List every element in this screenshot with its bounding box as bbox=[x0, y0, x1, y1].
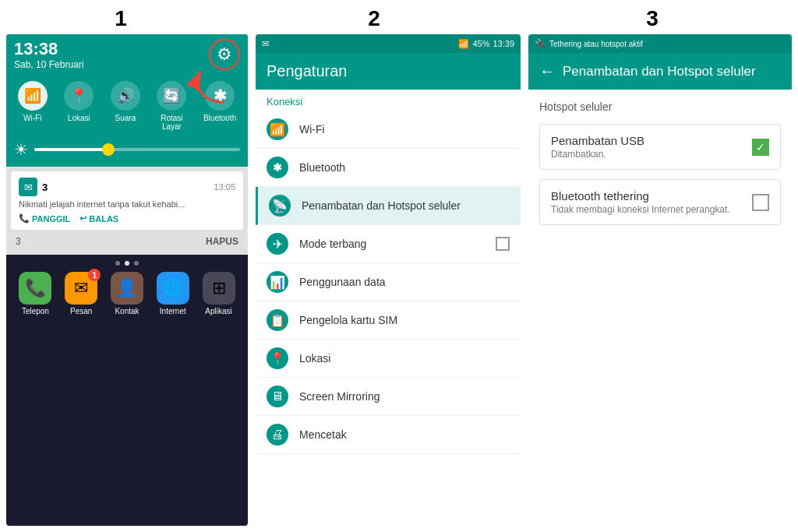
panel3-title: Penambatan dan Hotspot seluler bbox=[563, 64, 756, 79]
settings-item-location[interactable]: 📍 Lokasi bbox=[256, 340, 521, 378]
pesan-badge: 1 bbox=[88, 269, 101, 281]
step-numbers: 1 2 3 bbox=[0, 0, 798, 34]
usb-tethering-info: Penambatan USB Ditambatkan. bbox=[551, 134, 644, 160]
settings-item-simcard[interactable]: 📋 Pengelola kartu SIM bbox=[256, 301, 521, 340]
location-settings-icon: 📍 bbox=[267, 347, 288, 369]
settings-item-print[interactable]: 🖨 Mencetak bbox=[256, 416, 521, 454]
usb-notif-icon: 🔌 bbox=[535, 38, 546, 49]
notif-title-row: ✉ 3 bbox=[19, 178, 48, 196]
usb-tethering-checkbox[interactable]: ✓ bbox=[752, 139, 769, 156]
airplane-settings-icon: ✈ bbox=[267, 233, 288, 255]
location-icon: 📍 bbox=[64, 81, 94, 111]
settings-gear-button[interactable]: ⚙ bbox=[209, 39, 240, 70]
phone-icon: 📞 bbox=[19, 213, 30, 224]
print-settings-label: Mencetak bbox=[299, 428, 510, 441]
notif-number: 3 bbox=[42, 181, 48, 193]
pesan-icon: ✉ 1 bbox=[65, 272, 97, 305]
dot-1 bbox=[115, 261, 120, 266]
notification-card: ✉ 3 13:05 Nikmati jelajah internet tanpa… bbox=[11, 171, 243, 230]
page-dots bbox=[115, 261, 139, 266]
dock-pesan[interactable]: ✉ 1 Pesan bbox=[65, 272, 97, 315]
p2-envelope-icon: ✉ bbox=[262, 39, 269, 49]
bluetooth-settings-icon: ✱ bbox=[267, 157, 288, 178]
footer-count: 3 bbox=[16, 236, 21, 247]
usb-tethering-card[interactable]: Penambatan USB Ditambatkan. ✓ bbox=[539, 124, 781, 170]
dock-kontak[interactable]: 👤 Kontak bbox=[111, 272, 143, 315]
qs-rotasi[interactable]: 🔄 RotasiLayar bbox=[157, 81, 186, 131]
internet-label: Internet bbox=[160, 307, 186, 315]
aplikasi-icon: ⊞ bbox=[203, 272, 235, 305]
settings-item-tethering[interactable]: 📡 Penambatan dan Hotspot seluler bbox=[256, 187, 521, 225]
notif-envelope-icon: ✉ bbox=[19, 178, 37, 196]
step-2-label: 2 bbox=[368, 6, 380, 30]
brightness-thumb bbox=[102, 143, 115, 156]
brightness-fill bbox=[34, 148, 106, 151]
panel1-notification-shade: 13:38 Sab, 10 Februari ⚙ bbox=[6, 34, 248, 526]
notification-area: ✉ 3 13:05 Nikmati jelajah internet tanpa… bbox=[6, 167, 248, 255]
bluetooth-icon: ✱ bbox=[205, 81, 235, 111]
qs-suara-label: Suara bbox=[115, 114, 136, 122]
bluetooth-tethering-checkbox[interactable] bbox=[752, 194, 769, 211]
settings-item-wifi[interactable]: 📶 Wi-Fi bbox=[256, 111, 521, 149]
quick-settings-bar: 📶 Wi-Fi 📍 Lokasi 🔊 Suara 🔄 RotasiLayar ✱… bbox=[6, 75, 248, 137]
panel2-title: Pengaturan bbox=[256, 53, 521, 90]
gear-icon-container: ⚙ bbox=[209, 39, 240, 70]
reply-label: BALAS bbox=[89, 214, 118, 224]
notif-text: Nikmati jelajah internet tanpa takut keh… bbox=[19, 199, 235, 209]
bluetooth-tethering-card[interactable]: Bluetooth tethering Tidak membagi koneks… bbox=[539, 179, 781, 225]
location-settings-label: Lokasi bbox=[299, 352, 510, 365]
qs-wifi[interactable]: 📶 Wi-Fi bbox=[18, 81, 48, 131]
qs-lokasi-label: Lokasi bbox=[68, 114, 90, 122]
qs-bluetooth[interactable]: ✱ Bluetooth bbox=[203, 81, 236, 131]
usb-tethering-title: Penambatan USB bbox=[551, 134, 644, 147]
bluetooth-tethering-subtitle: Tidak membagi koneksi Internet perangkat… bbox=[551, 204, 730, 215]
panel3-statusbar: 🔌 Tethering atau hotspot aktif bbox=[528, 34, 792, 53]
status-date: Sab, 10 Februari bbox=[14, 59, 83, 70]
call-label: PANGGIL bbox=[32, 214, 70, 224]
notif-actions: 📞 PANGGIL ↩ BALAS bbox=[19, 213, 235, 224]
p2-time: 13:39 bbox=[493, 39, 514, 48]
main-content: 13:38 Sab, 10 Februari ⚙ bbox=[0, 34, 798, 532]
print-settings-icon: 🖨 bbox=[267, 424, 288, 446]
dock-internet[interactable]: 🌐 Internet bbox=[157, 272, 189, 315]
p2-status-right: 📶 45% 13:39 bbox=[458, 39, 514, 49]
aplikasi-label: Aplikasi bbox=[205, 307, 231, 315]
back-arrow-icon[interactable]: ← bbox=[539, 62, 555, 80]
p2-signal-icon: 📶 bbox=[458, 39, 469, 49]
dock-bar: 📞 Telepon ✉ 1 Pesan 👤 Kontak 🌐 Intern bbox=[12, 272, 242, 315]
notif-header: ✉ 3 13:05 bbox=[19, 178, 235, 196]
airplane-checkbox[interactable] bbox=[496, 237, 510, 251]
qs-bluetooth-label: Bluetooth bbox=[203, 114, 236, 122]
pesan-label: Pesan bbox=[70, 307, 92, 315]
settings-item-datausage[interactable]: 📊 Penggunaan data bbox=[256, 263, 521, 301]
qs-lokasi[interactable]: 📍 Lokasi bbox=[64, 81, 94, 131]
settings-section-koneksi: Koneksi bbox=[256, 90, 521, 111]
bluetooth-tethering-title: Bluetooth tethering bbox=[551, 189, 730, 203]
gear-icon: ⚙ bbox=[217, 44, 232, 65]
qs-suara[interactable]: 🔊 Suara bbox=[111, 81, 140, 131]
dot-3 bbox=[134, 261, 139, 266]
brightness-icon: ☀ bbox=[14, 140, 28, 159]
simcard-settings-label: Pengelola kartu SIM bbox=[299, 314, 510, 326]
airplane-settings-label: Mode terbang bbox=[299, 238, 485, 250]
reply-icon: ↩ bbox=[79, 213, 87, 224]
settings-item-mirroring[interactable]: 🖥 Screen Mirroring bbox=[256, 378, 521, 416]
tethering-active-text: Tethering atau hotspot aktif bbox=[549, 40, 643, 48]
panel1-statusbar: 13:38 Sab, 10 Februari ⚙ bbox=[6, 34, 248, 75]
panel3-content: Hotspot seluler Penambatan USB Ditambatk… bbox=[528, 90, 792, 526]
brightness-track[interactable] bbox=[34, 148, 240, 151]
dock-telepon[interactable]: 📞 Telepon bbox=[19, 272, 51, 315]
settings-item-bluetooth[interactable]: ✱ Bluetooth bbox=[256, 149, 521, 187]
call-button[interactable]: 📞 PANGGIL bbox=[19, 213, 70, 224]
simcard-settings-icon: 📋 bbox=[267, 309, 288, 331]
panel2-settings: ✉ 📶 45% 13:39 Pengaturan Koneksi 📶 Wi-Fi… bbox=[256, 34, 521, 526]
settings-item-airplane[interactable]: ✈ Mode terbang bbox=[256, 225, 521, 263]
hapus-button[interactable]: HAPUS bbox=[206, 236, 238, 247]
dock-aplikasi[interactable]: ⊞ Aplikasi bbox=[203, 272, 235, 315]
qs-rotasi-label: RotasiLayar bbox=[161, 114, 182, 131]
tethering-settings-label: Penambatan dan Hotspot seluler bbox=[302, 199, 510, 212]
qs-wifi-label: Wi-Fi bbox=[23, 114, 41, 122]
reply-button[interactable]: ↩ BALAS bbox=[79, 213, 118, 224]
telepon-icon: 📞 bbox=[19, 272, 51, 305]
p2-battery: 45% bbox=[472, 39, 489, 48]
